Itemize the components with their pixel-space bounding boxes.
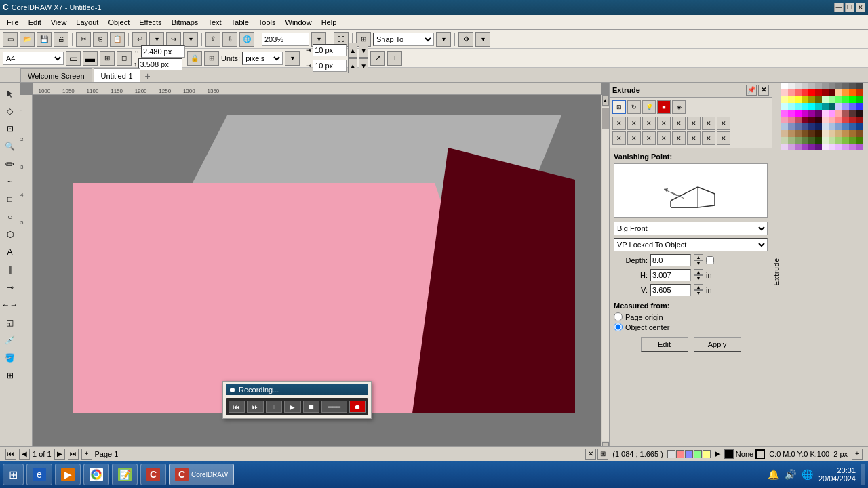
palette-color[interactable] (795, 103, 802, 110)
interactive-fill[interactable]: ◱ (2, 314, 18, 331)
menu-table[interactable]: Table (227, 17, 253, 28)
palette-color[interactable] (835, 144, 842, 150)
palette-color[interactable] (822, 83, 829, 89)
rec-btn1[interactable]: ⏮ (229, 401, 245, 413)
palette-color[interactable] (781, 110, 788, 117)
palette-color[interactable] (822, 103, 829, 110)
palette-color[interactable] (808, 144, 815, 150)
nudge2-input[interactable] (313, 60, 347, 72)
palette-color[interactable] (795, 117, 802, 123)
palette-color[interactable] (835, 103, 842, 110)
palette-color[interactable] (808, 110, 815, 117)
palette-color[interactable] (842, 89, 849, 96)
ex-cb2[interactable]: ✕ (627, 117, 641, 130)
palette-color[interactable] (815, 123, 822, 130)
palette-color[interactable] (815, 144, 822, 150)
palette-color[interactable] (808, 117, 815, 123)
undo-dropdown[interactable]: ▾ (149, 32, 164, 47)
nudge1-down[interactable]: ▼ (359, 43, 368, 58)
swatch-blue[interactable] (685, 450, 693, 458)
palette-color[interactable] (856, 110, 863, 117)
h-input[interactable] (650, 269, 691, 281)
palette-color[interactable] (788, 89, 795, 96)
vscroll[interactable]: ▲ ▼ (601, 95, 609, 453)
eyedropper-tool[interactable]: 💉 (2, 332, 18, 348)
menu-layout[interactable]: Layout (72, 17, 102, 28)
palette-color[interactable] (795, 144, 802, 150)
extrude-icon-bevel[interactable]: ◈ (672, 100, 686, 114)
page-last[interactable]: ⏭ (68, 449, 79, 460)
volume-icon[interactable]: 🔊 (785, 469, 796, 480)
palette-color[interactable] (822, 137, 829, 144)
ex-cb8[interactable]: ✕ (717, 117, 730, 130)
palette-color[interactable] (842, 137, 849, 144)
palette-color[interactable] (788, 137, 795, 144)
menu-edit[interactable]: Edit (24, 17, 45, 28)
taskbar-coreldraw-active[interactable]: C CorelDRAW (169, 464, 234, 485)
import-button[interactable]: ⇪ (205, 32, 220, 47)
palette-color[interactable] (829, 96, 835, 103)
taskbar-chrome[interactable] (83, 464, 109, 485)
palette-color[interactable] (808, 83, 815, 89)
tab-welcome-screen[interactable]: Welcome Screen (20, 68, 92, 82)
palette-color[interactable] (856, 117, 863, 123)
palette-color[interactable] (795, 110, 802, 117)
palette-color[interactable] (815, 117, 822, 123)
menu-tools[interactable]: Tools (254, 17, 280, 28)
palette-color[interactable] (795, 96, 802, 103)
palette-color[interactable] (829, 117, 835, 123)
nudge2-up[interactable]: ▲ (348, 58, 357, 73)
palette-color[interactable] (788, 103, 795, 110)
palette-color[interactable] (829, 103, 835, 110)
palette-color[interactable] (842, 123, 849, 130)
ex-cb11[interactable]: ✕ (642, 131, 656, 145)
swatch-red[interactable] (676, 450, 684, 458)
open-button[interactable]: 📂 (20, 32, 35, 47)
apply-button[interactable]: Apply (694, 337, 741, 352)
menu-text[interactable]: Text (203, 17, 225, 28)
preset-dropdown[interactable]: Big Front Small Back (614, 222, 768, 235)
palette-color[interactable] (781, 96, 788, 103)
palette-color[interactable] (822, 117, 829, 123)
palette-color[interactable] (835, 96, 842, 103)
palette-color[interactable] (822, 110, 829, 117)
ex-cb3[interactable]: ✕ (642, 117, 656, 130)
landscape-button[interactable]: ▬ (83, 51, 98, 66)
ex-cb14[interactable]: ✕ (687, 131, 701, 145)
palette-color[interactable] (781, 144, 788, 150)
palette-color[interactable] (781, 123, 788, 130)
ellipse-tool[interactable]: ○ (2, 209, 18, 225)
undo-button[interactable]: ↩ (132, 32, 147, 47)
page-options-btn[interactable]: ⊞ (100, 51, 115, 66)
select-tool[interactable] (2, 85, 18, 102)
palette-color[interactable] (802, 137, 808, 144)
palette-color[interactable] (822, 123, 829, 130)
palette-color[interactable] (849, 103, 856, 110)
freehand-tool[interactable]: ✏ (2, 156, 18, 172)
palette-color[interactable] (808, 137, 815, 144)
extrude-icon-rotate[interactable]: ↻ (627, 100, 641, 114)
outline-swatch[interactable] (755, 449, 765, 459)
palette-color[interactable] (829, 89, 835, 96)
zoom-to-fit[interactable]: ⤢ (370, 51, 385, 66)
edit-button[interactable]: Edit (641, 337, 688, 352)
palette-color[interactable] (842, 130, 849, 137)
taskbar-media[interactable]: ▶ (55, 464, 81, 485)
zoom-input[interactable]: 203% (262, 33, 309, 46)
extrude-icon-shape[interactable]: ⊡ (612, 100, 626, 114)
palette-color[interactable] (842, 117, 849, 123)
palette-color[interactable] (842, 144, 849, 150)
nudge2-down[interactable]: ▼ (359, 58, 368, 73)
rectangle-tool[interactable]: □ (2, 191, 18, 207)
palette-color[interactable] (835, 117, 842, 123)
depth-down[interactable]: ▼ (694, 260, 703, 266)
palette-color[interactable] (829, 123, 835, 130)
palette-color[interactable] (781, 130, 788, 137)
ex-cb16[interactable]: ✕ (717, 131, 730, 145)
vscroll-track[interactable] (602, 107, 609, 441)
palette-color[interactable] (849, 110, 856, 117)
copy-button[interactable]: ⎘ (93, 32, 108, 47)
palette-color[interactable] (842, 110, 849, 117)
status-play[interactable]: ▶ (715, 449, 720, 458)
palette-color[interactable] (795, 89, 802, 96)
